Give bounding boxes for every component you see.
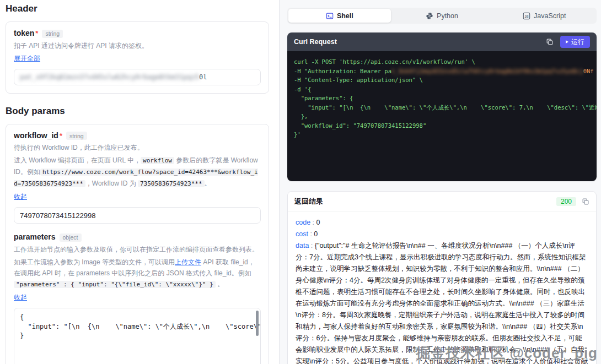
request-params-panel: Header token* string 扣子 API 通过访问令牌进行 API…: [0, 0, 279, 364]
response-row-cost: cost : 0: [296, 229, 588, 240]
token-link-row: 展开全部: [14, 53, 261, 63]
response-title: 返回结果: [294, 197, 323, 207]
collapse-link[interactable]: 收起: [14, 294, 27, 301]
play-icon: [566, 40, 568, 44]
guide-text: 。: [216, 280, 224, 288]
curl-code-line: -H "Content-Type: application/json" \: [294, 75, 590, 85]
js-glyph: JS: [525, 14, 529, 18]
parameters-editor[interactable]: { "input": "[\n {\n \"name\": \"个人成长\",\…: [14, 308, 261, 364]
curl-code-line: -H "Authorization: Bearer pat_9xk4fj2mqz…: [294, 67, 590, 76]
curl-code: curl -X POST 'https://api.coze.cn/v1/wor…: [287, 51, 597, 181]
upload-file-link[interactable]: 上传文件: [175, 258, 201, 266]
token-field-head: token* string: [14, 29, 261, 38]
parameters-editor-content[interactable]: { "input": "[\n {\n \"name\": \"个人成长\",\…: [14, 308, 260, 345]
guide-text: 进入 Workflow 编排页面，在页面 URL 中，: [14, 156, 141, 164]
guide-text: 。: [205, 180, 211, 187]
masked-token-text: t_9xk4fj2mqz831nvd5slw7h6tcy0rbag8e2df0k…: [391, 68, 583, 74]
token-description: 扣子 API 通过访问令牌进行 API 请求的鉴权。: [14, 40, 261, 51]
tab-label: JavaScript: [534, 12, 566, 20]
response-value: 0: [314, 230, 318, 238]
workflow-id-description: 待执行的 Workflow ID，此工作流应已发布。: [14, 142, 261, 153]
parameters-description-line1: 工作流开始节点的输入参数及取值，你可以在指定工作流的编排页面查看参数列表。: [14, 244, 261, 255]
tab-label: Python: [437, 12, 458, 20]
workflow-id-input[interactable]: [14, 207, 261, 224]
response-row-data: data : {"output":"# 生命之轮评估报告\n\n## 一、各维度…: [296, 240, 588, 364]
curl-request-panel: Curl Request 运行 curl -X POST 'https://ap…: [287, 32, 597, 181]
workflow-id-field: workflow_id* string 待执行的 Workflow ID，此工作…: [14, 131, 261, 224]
api-debug-page: Header token* string 扣子 API 通过访问令牌进行 API…: [0, 0, 601, 364]
token-field-name: token: [14, 29, 34, 37]
tab-shell[interactable]: Shell: [288, 9, 391, 23]
response-body: code : 0 cost : 0 data : {"output":"# 生命…: [288, 211, 596, 364]
curl-code-line: },: [294, 112, 590, 121]
run-button-label: 运行: [571, 37, 584, 47]
header-section-title: Header: [6, 3, 269, 14]
response-key: code: [296, 219, 310, 226]
workflow-id-guide: 进入 Workflow 编排页面，在页面 URL 中，workflow 参数后的…: [14, 155, 261, 189]
workflow-id-type-badge: string: [66, 132, 87, 140]
body-params-section-title: Body params: [6, 106, 269, 117]
code-text: 0Nf: [583, 68, 594, 74]
curl-code-line: curl -X POST 'https://api.coze.cn/v1/wor…: [294, 57, 590, 67]
run-button[interactable]: 运行: [560, 36, 590, 48]
python-icon: [426, 12, 433, 20]
language-tabbar: Shell Python JS JavaScript: [287, 8, 597, 24]
curl-code-line: "parameters": {: [294, 94, 590, 103]
javascript-icon: JS: [523, 12, 530, 20]
code-text: "input": "[\n {\n \"name\": \"个人成长\",\n …: [294, 104, 597, 111]
workflow-id-inline-code: 73505836754923***: [138, 180, 205, 187]
request-preview-panel: Shell Python JS JavaScript Curl Request: [279, 0, 601, 364]
workflow-id-field-name: workflow_id: [14, 131, 58, 140]
parameters-field: parameters object 工作流开始节点的输入参数及取值，你可以在指定…: [14, 232, 261, 364]
token-type-badge: string: [42, 30, 63, 38]
curl-panel-title: Curl Request: [294, 38, 337, 46]
response-value: 0: [316, 219, 320, 226]
key-value-separator: :: [308, 230, 314, 238]
code-text: "workflow_id": "7497078073415122998": [294, 122, 426, 129]
status-badge: 200: [556, 197, 576, 206]
response-header: 返回结果 200: [288, 192, 596, 211]
collapse-link[interactable]: 收起: [14, 193, 27, 200]
tab-label: Shell: [337, 12, 353, 20]
token-input[interactable]: pat_x9f2kq81mzn37vd45slw62hcy0rbage8tkm3…: [14, 69, 261, 85]
body-params-card: workflow_id* string 待执行的 Workflow ID，此工作…: [6, 124, 269, 364]
workflow-param-inline-code: workflow: [141, 157, 174, 164]
response-row-code: code : 0: [296, 217, 588, 229]
tab-python[interactable]: Python: [391, 9, 493, 23]
code-text: curl -X POST 'https://api.coze.cn/v1/wor…: [294, 58, 475, 65]
parameters-description-line2: 如果工作流输入参数为 Image 等类型的文件，可以调用上传文件 API 获取 …: [14, 257, 261, 290]
key-value-separator: :: [309, 242, 314, 249]
curl-code-line: "input": "[\n {\n \"name\": \"个人成长\",\n …: [294, 103, 590, 112]
response-panel: 返回结果 200 code : 0 cost : 0 data : {"outp…: [287, 191, 597, 364]
curl-panel-actions: 运行: [546, 36, 590, 48]
key-value-separator: :: [310, 219, 316, 226]
parameters-field-head: parameters object: [14, 232, 261, 242]
code-text: "parameters": {: [294, 95, 353, 101]
parameters-link-row: 收起: [14, 292, 261, 302]
parameters-example-inline-code: "parameters" : { "input": "{\"file_id\":…: [14, 281, 216, 288]
shell-icon: [326, 12, 334, 20]
token-card: token* string 扣子 API 通过访问令牌进行 API 请求的鉴权。…: [6, 21, 269, 94]
code-text: -H "Authorization: Bearer pa: [294, 68, 391, 74]
required-mark: *: [35, 29, 38, 37]
response-key: data: [296, 242, 309, 249]
editor-scrollbar[interactable]: [256, 311, 259, 336]
response-actions: 200: [556, 197, 589, 206]
copy-icon[interactable]: [582, 198, 589, 205]
tab-javascript[interactable]: JS JavaScript: [493, 9, 595, 23]
token-masked-value: pat_x9f2kq81mzn37vd45slw62hcy0rbage8tkm3…: [20, 73, 199, 81]
curl-code-line: "workflow_id": "7497078073415122998": [294, 121, 590, 131]
workflow-id-field-head: workflow_id* string: [14, 131, 261, 140]
required-mark: *: [60, 132, 62, 140]
response-data-value: {"output":"# 生命之轮评估报告\n\n## 一、各维度状况分析\n\…: [296, 242, 588, 364]
guide-text: 如果工作流输入参数为 Image 等类型的文件，可以调用: [14, 258, 175, 266]
response-key: cost: [296, 230, 308, 238]
curl-panel-header: Curl Request 运行: [287, 32, 597, 51]
parameters-field-name: parameters: [14, 232, 56, 241]
code-text: -d '{: [294, 86, 312, 93]
token-masked-tail: 0l: [199, 73, 207, 81]
expand-all-link[interactable]: 展开全部: [14, 55, 40, 62]
code-text: -H "Content-Type: application/json" \: [294, 77, 423, 83]
copy-icon[interactable]: [546, 38, 554, 46]
guide-text: ，Workflow ID 为: [85, 180, 138, 187]
